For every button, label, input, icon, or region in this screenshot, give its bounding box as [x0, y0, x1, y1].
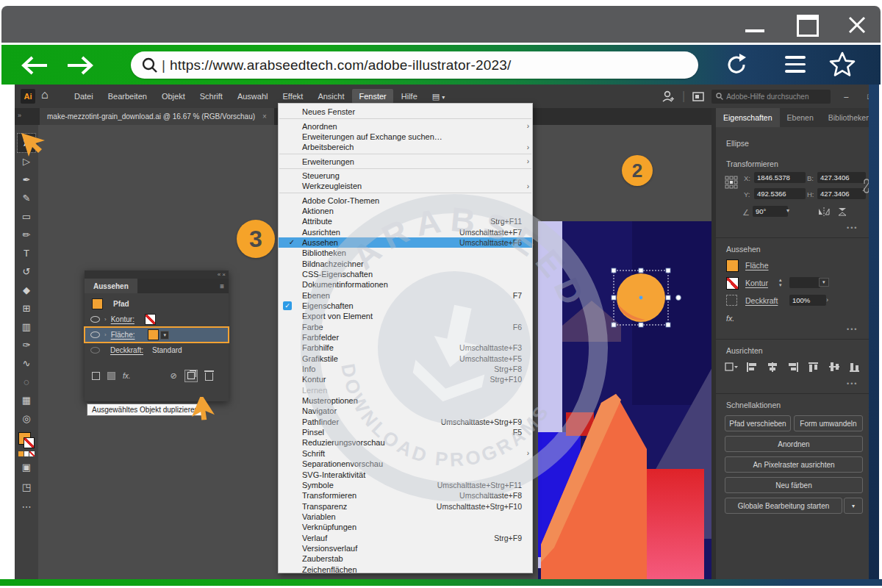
fill-color-swatch[interactable] — [148, 329, 159, 340]
fill-label[interactable]: Fläche — [745, 261, 769, 270]
opacity-options-icon[interactable]: › — [826, 296, 828, 304]
menu-ansicht[interactable]: Ansicht — [311, 89, 351, 104]
window-menu-item[interactable]: VerlaufStrg+F9 — [279, 532, 532, 542]
fill-chevron-icon[interactable]: ▾ — [160, 331, 169, 340]
window-menu-item[interactable]: Bildnachzeichner — [279, 258, 532, 268]
window-menu-item[interactable]: Zeichenflächen — [279, 564, 532, 573]
window-menu-item[interactable]: Zauberstab — [279, 553, 532, 564]
window-menu-item[interactable]: Aktionen — [279, 206, 532, 216]
paintbrush-tool[interactable]: ✏ — [18, 226, 35, 244]
window-menu-item[interactable]: Verknüpfungen — [279, 522, 532, 532]
home-icon[interactable]: ⌂ — [41, 88, 49, 101]
eyedropper-tool[interactable]: ✑ — [18, 336, 35, 354]
tab-close-icon[interactable]: × — [262, 112, 267, 121]
tab-overflow-icon[interactable]: » — [18, 112, 21, 119]
document-tab[interactable]: make-mezzotint-grain_download.ai @ 16.67… — [40, 108, 274, 125]
menu-fenster[interactable]: Fenster — [352, 89, 392, 104]
screen-mode-icon[interactable]: ◳ — [18, 478, 35, 496]
direct-selection-tool[interactable]: ▷ — [18, 152, 35, 171]
visibility-eye-icon[interactable] — [90, 331, 100, 338]
duplicate-item-button[interactable] — [184, 370, 198, 382]
more-options-icon[interactable]: ••• — [847, 224, 858, 232]
stroke-width-field[interactable] — [789, 277, 820, 288]
window-menu-item[interactable]: ✓AussehenUmschalttaste+F6 — [279, 237, 532, 248]
menu-auswahl[interactable]: Auswahl — [231, 89, 275, 104]
artboard-tool[interactable]: ▦ — [18, 391, 35, 409]
window-menu-item[interactable]: KonturStrg+F10 — [279, 374, 532, 384]
window-menu-item[interactable]: Neues Fenster — [279, 107, 532, 117]
opacity-field[interactable]: 100% — [789, 295, 826, 306]
offset-path-button[interactable]: Pfad verschieben — [725, 415, 791, 431]
window-menu-item[interactable]: Schrift› — [279, 448, 532, 459]
tab-ebenen[interactable]: Ebenen — [780, 108, 821, 127]
visibility-eye-icon[interactable] — [90, 316, 100, 323]
window-menu-item[interactable]: Farbfelder — [279, 332, 532, 343]
blend-tool[interactable]: ∿ — [18, 354, 35, 373]
height-field[interactable]: 427.3406 — [817, 188, 866, 199]
window-menu-item[interactable]: Anordnen› — [279, 121, 532, 131]
appearance-panel-tab[interactable]: Aussehen — [85, 279, 137, 293]
pen-tool[interactable]: ✒ — [18, 171, 35, 189]
window-menu-item[interactable]: GrafikstileUmschalttaste+F5 — [279, 354, 532, 364]
convert-shape-button[interactable]: Form umwandeln — [794, 415, 863, 431]
window-menu-item[interactable]: SVG-Interaktivität — [279, 469, 532, 479]
delete-item-icon[interactable] — [205, 373, 213, 381]
stroke-label[interactable]: Kontur — [745, 279, 768, 287]
panel-collapse-icons[interactable]: « × — [85, 270, 229, 279]
rotate-tool[interactable]: ↺ — [18, 262, 35, 281]
reload-icon[interactable] — [723, 51, 750, 78]
new-stroke-icon[interactable] — [92, 372, 100, 380]
global-edit-chevron-button[interactable]: ▾ — [844, 498, 863, 514]
flip-horizontal-icon[interactable] — [817, 207, 831, 217]
browser-menu-icon[interactable] — [785, 56, 806, 73]
visibility-eye-icon[interactable] — [90, 347, 100, 354]
app-minimize-icon[interactable]: – — [838, 92, 854, 101]
toolbar-more-icon[interactable]: ⋯ — [18, 498, 35, 516]
menu-effekt[interactable]: Effekt — [276, 89, 309, 104]
menu-bearbeiten[interactable]: Bearbeiten — [101, 89, 154, 104]
window-menu-item[interactable]: PathfinderUmschalttaste+Strg+F9 — [279, 417, 532, 427]
window-menu-item[interactable]: Arbeitsbereich› — [279, 142, 532, 152]
window-menu-item[interactable]: Separationenvorschau — [279, 459, 532, 469]
rotation-field[interactable]: 90° — [753, 206, 788, 217]
window-menu-item[interactable]: Steuerung — [279, 171, 532, 181]
tab-bibliotheken[interactable]: Bibliotheken — [821, 108, 869, 127]
window-menu-item[interactable]: FarbeF6 — [279, 322, 532, 332]
window-menu-item[interactable]: Export von Element — [279, 311, 532, 321]
window-menu-item[interactable]: EbenenF7 — [279, 290, 532, 301]
new-effect-icon[interactable] — [107, 372, 115, 380]
appearance-row-fill[interactable]: › Fläche: ▾ — [85, 327, 229, 343]
fx-icon[interactable]: fx. — [726, 314, 734, 323]
window-menu-item[interactable]: Erweiterungen› — [279, 156, 532, 166]
window-menu-item[interactable]: Dokumentinformationen — [279, 279, 532, 290]
bookmark-star-icon[interactable] — [828, 50, 857, 79]
tab-eigenschaften[interactable]: Eigenschaften — [716, 108, 780, 127]
window-menu-item[interactable]: Versionsverlauf — [279, 543, 532, 553]
app-maximize-icon[interactable]: □ — [861, 92, 869, 101]
window-menu-item[interactable]: ✓Eigenschaften — [279, 301, 532, 311]
color-mode-icons[interactable] — [18, 451, 35, 456]
twirl-icon[interactable]: › — [104, 316, 107, 323]
align-icons-row[interactable] — [725, 361, 861, 374]
symbol-sprayer-tool[interactable]: ◌ — [18, 373, 35, 391]
browser-maximize-icon[interactable] — [797, 15, 819, 37]
more-options-icon[interactable]: ••• — [847, 380, 858, 387]
stroke-chevron-icon[interactable]: ▾ — [819, 278, 829, 287]
window-menu-item[interactable]: AusrichtenUmschalttaste+F7 — [279, 226, 532, 237]
workspace-switcher-icon[interactable]: ▤ ▾ — [426, 89, 451, 104]
menu-datei[interactable]: Datei — [68, 89, 100, 104]
zoom-tool[interactable]: ◎ — [18, 409, 35, 428]
share-user-icon[interactable] — [662, 90, 675, 102]
constrain-proportions-icon[interactable] — [861, 178, 869, 194]
forward-icon[interactable] — [63, 54, 97, 76]
shaper-tool[interactable]: ◆ — [18, 281, 35, 299]
window-menu-item[interactable]: CSS-Eigenschaften — [279, 269, 532, 279]
mesh-tool[interactable]: ⊞ — [18, 299, 35, 318]
menu-objekt[interactable]: Objekt — [155, 89, 192, 104]
window-menu-item[interactable]: FarbhilfeUmschalttaste+F3 — [279, 343, 532, 353]
stroke-swatch[interactable] — [24, 437, 35, 448]
appearance-row-stroke[interactable]: › Kontur: — [85, 312, 229, 327]
curvature-tool[interactable]: ✎ — [18, 189, 35, 207]
window-menu-item[interactable]: SymboleUmschalttaste+Strg+F11 — [279, 480, 532, 490]
global-edit-button[interactable]: Globale Bearbeitung starten — [725, 498, 842, 514]
